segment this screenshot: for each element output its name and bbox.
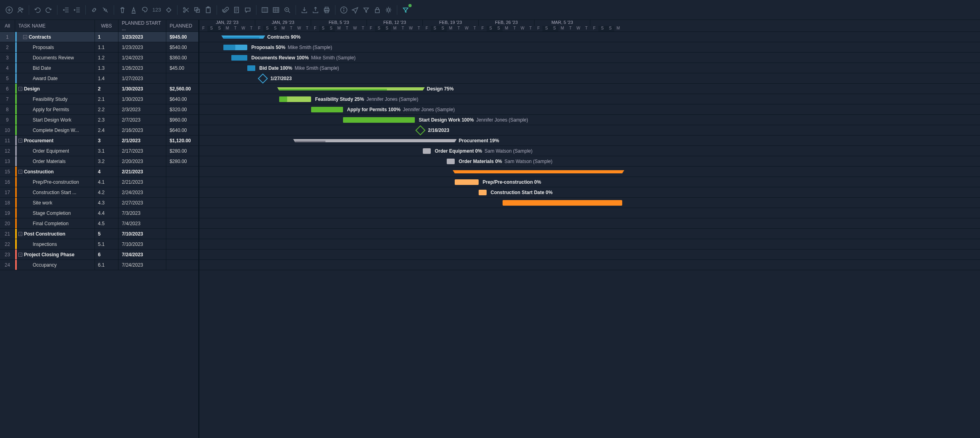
task-name-cell[interactable]: Award Date bbox=[15, 73, 95, 83]
wbs-cell[interactable]: 4.4 bbox=[95, 208, 119, 218]
cost-cell[interactable]: $640.00 bbox=[166, 125, 198, 135]
start-cell[interactable]: 7/4/2023 bbox=[118, 218, 166, 228]
outdent-icon[interactable] bbox=[61, 5, 71, 15]
import-icon[interactable] bbox=[299, 5, 310, 15]
redo-icon[interactable] bbox=[43, 5, 54, 15]
task-name-cell[interactable]: Order Equipment bbox=[15, 146, 95, 156]
task-name-cell[interactable]: −Post Construction bbox=[15, 229, 95, 239]
col-all[interactable]: All bbox=[0, 20, 15, 31]
cost-cell[interactable] bbox=[166, 177, 198, 187]
col-start[interactable]: PLANNED START ... bbox=[118, 20, 166, 31]
cost-cell[interactable] bbox=[166, 218, 198, 228]
wbs-cell[interactable]: 4.1 bbox=[95, 177, 119, 187]
task-name-cell[interactable]: Feasibility Study bbox=[15, 94, 95, 104]
start-cell[interactable]: 2/21/2023 bbox=[118, 177, 166, 187]
table-row[interactable]: 12Order Equipment3.12/17/2023$280.00 bbox=[0, 146, 198, 156]
milestone-diamond-icon[interactable] bbox=[258, 73, 268, 83]
start-cell[interactable]: 2/17/2023 bbox=[118, 146, 166, 156]
gantt-bar[interactable]: Proposals 50%Mike Smith (Sample) bbox=[223, 42, 332, 52]
add-user-icon[interactable] bbox=[15, 5, 26, 15]
cost-cell[interactable]: $45.00 bbox=[166, 63, 198, 73]
start-cell[interactable]: 7/10/2023 bbox=[118, 239, 166, 249]
task-name-cell[interactable]: Final Completion bbox=[15, 218, 95, 228]
task-name-cell[interactable]: Bid Date bbox=[15, 63, 95, 73]
task-name-cell[interactable]: −Construction bbox=[15, 167, 95, 177]
col-taskname[interactable]: TASK NAME bbox=[15, 20, 95, 31]
task-name-cell[interactable]: −Design bbox=[15, 84, 95, 94]
gantt-bar[interactable] bbox=[455, 167, 622, 177]
table-row[interactable]: 15−Construction42/21/2023 bbox=[0, 167, 198, 177]
gantt-bar[interactable]: 1/27/2023 bbox=[259, 73, 292, 83]
wbs-cell[interactable]: 2 bbox=[95, 84, 119, 94]
wbs-cell[interactable]: 2.2 bbox=[95, 104, 119, 114]
wbs-cell[interactable]: 3.1 bbox=[95, 146, 119, 156]
start-cell[interactable]: 2/16/2023 bbox=[118, 125, 166, 135]
collapse-icon[interactable]: − bbox=[18, 253, 22, 257]
gantt-bar[interactable]: Documents Review 100%Mike Smith (Sample) bbox=[231, 53, 355, 63]
table-row[interactable]: 24Occupancy6.17/24/2023 bbox=[0, 260, 198, 270]
milestone-diamond-icon[interactable] bbox=[415, 125, 425, 135]
cost-cell[interactable]: $960.00 bbox=[166, 115, 198, 125]
start-cell[interactable]: 7/24/2023 bbox=[118, 249, 166, 259]
cost-cell[interactable]: $945.00 bbox=[166, 32, 198, 42]
cost-cell[interactable]: $280.00 bbox=[166, 146, 198, 156]
cost-cell[interactable] bbox=[166, 208, 198, 218]
table-row[interactable]: 23−Project Closing Phase67/24/2023 bbox=[0, 249, 198, 260]
gantt-bar[interactable]: Construction Start Date 0% bbox=[479, 187, 552, 197]
zoom-icon[interactable] bbox=[282, 5, 292, 15]
task-name-cell[interactable]: Documents Review bbox=[15, 53, 95, 63]
start-cell[interactable]: 2/24/2023 bbox=[118, 187, 166, 197]
indent-icon[interactable] bbox=[72, 5, 82, 15]
task-name-cell[interactable]: −Contracts bbox=[15, 32, 95, 42]
table-row[interactable]: 10Complete Design W...2.42/16/2023$640.0… bbox=[0, 125, 198, 136]
task-name-cell[interactable]: Prep/Pre-construction bbox=[15, 177, 95, 187]
send-icon[interactable] bbox=[350, 5, 360, 15]
lock-icon[interactable] bbox=[372, 5, 383, 15]
start-cell[interactable]: 1/23/2023 bbox=[118, 32, 166, 42]
print-icon[interactable] bbox=[321, 5, 332, 15]
gantt-bar[interactable]: Order Materials 0%Sam Watson (Sample) bbox=[447, 156, 552, 166]
cost-cell[interactable] bbox=[166, 239, 198, 249]
start-cell[interactable]: 1/27/2023 bbox=[118, 73, 166, 83]
start-cell[interactable]: 2/27/2023 bbox=[118, 198, 166, 208]
start-cell[interactable]: 1/26/2023 bbox=[118, 63, 166, 73]
wbs-cell[interactable]: 6.1 bbox=[95, 260, 119, 270]
wbs-cell[interactable]: 2.4 bbox=[95, 125, 119, 135]
paint-icon[interactable] bbox=[140, 5, 150, 15]
copy-icon[interactable] bbox=[192, 5, 202, 15]
table-row[interactable]: 7Feasibility Study2.11/30/2023$640.00 bbox=[0, 94, 198, 104]
start-cell[interactable]: 1/23/2023 bbox=[118, 42, 166, 52]
collapse-icon[interactable]: − bbox=[18, 170, 22, 174]
table-row[interactable]: 1−Contracts11/23/2023$945.00 bbox=[0, 32, 198, 42]
col-cost[interactable]: PLANNED bbox=[166, 20, 198, 31]
task-name-cell[interactable]: Start Design Work bbox=[15, 115, 95, 125]
wbs-cell[interactable]: 2.3 bbox=[95, 115, 119, 125]
filter-icon[interactable] bbox=[361, 5, 371, 15]
settings-icon[interactable] bbox=[383, 5, 394, 15]
table-row[interactable]: 11−Procurement32/1/2023$1,120.00 bbox=[0, 136, 198, 146]
wbs-cell[interactable]: 1 bbox=[95, 32, 119, 42]
table-row[interactable]: 2Proposals1.11/23/2023$540.00 bbox=[0, 42, 198, 53]
collapse-icon[interactable]: − bbox=[23, 35, 27, 39]
cost-cell[interactable]: $280.00 bbox=[166, 156, 198, 166]
grid-icon[interactable] bbox=[271, 5, 281, 15]
gantt-bar[interactable]: Bid Date 100%Mike Smith (Sample) bbox=[247, 63, 339, 73]
gantt-bar[interactable]: Contracts 90% bbox=[223, 32, 300, 42]
table-row[interactable]: 19Stage Completion4.47/3/2023 bbox=[0, 208, 198, 218]
table-row[interactable]: 3Documents Review1.21/24/2023$360.00 bbox=[0, 53, 198, 63]
wbs-cell[interactable]: 5 bbox=[95, 229, 119, 239]
table-row[interactable]: 13Order Materials3.22/20/2023$280.00 bbox=[0, 156, 198, 167]
cost-cell[interactable] bbox=[166, 198, 198, 208]
table-row[interactable]: 8Apply for Permits2.22/3/2023$320.00 bbox=[0, 104, 198, 115]
attach-icon[interactable] bbox=[220, 5, 231, 15]
start-cell[interactable]: 2/7/2023 bbox=[118, 115, 166, 125]
table-row[interactable]: 22Inspections5.17/10/2023 bbox=[0, 239, 198, 249]
wbs-cell[interactable]: 4.3 bbox=[95, 198, 119, 208]
cost-cell[interactable] bbox=[166, 187, 198, 197]
filter-active-icon[interactable] bbox=[400, 5, 411, 15]
delete-icon[interactable] bbox=[117, 5, 128, 15]
task-name-cell[interactable]: Inspections bbox=[15, 239, 95, 249]
gantt-bar[interactable]: Feasibility Study 25%Jennifer Jones (Sam… bbox=[279, 94, 418, 104]
start-cell[interactable]: 7/24/2023 bbox=[118, 260, 166, 270]
notes-icon[interactable] bbox=[231, 5, 242, 15]
